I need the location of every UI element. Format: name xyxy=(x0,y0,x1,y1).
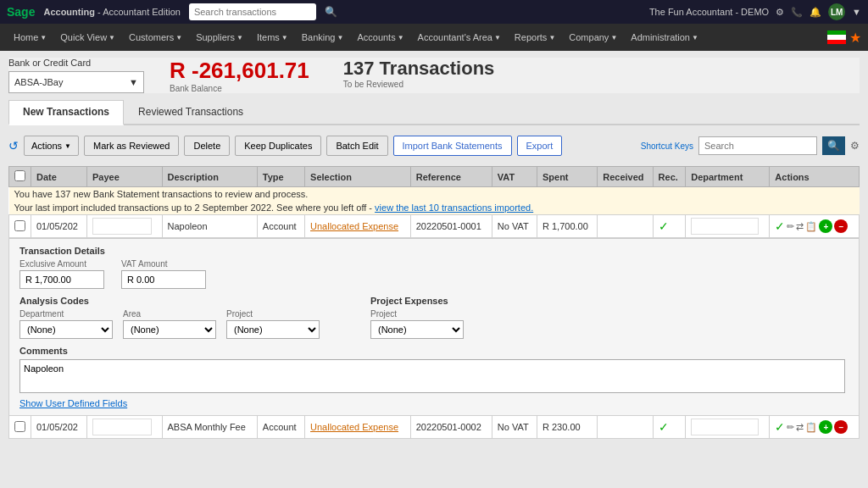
row2-edit-icon[interactable]: ✏ xyxy=(787,422,794,433)
mark-reviewed-button[interactable]: Mark as Reviewed xyxy=(84,136,179,156)
nav-administration[interactable]: Administration ▼ xyxy=(624,24,705,51)
exclusive-amount-input[interactable] xyxy=(19,270,104,289)
info-row-2: Your last import included transactions u… xyxy=(9,201,860,215)
row1-vat: No VAT xyxy=(492,215,537,238)
row2-payee xyxy=(87,416,162,439)
vat-amount-input[interactable] xyxy=(121,270,206,289)
row2-link-icon[interactable]: ⇄ xyxy=(796,422,804,433)
header-selection: Selection xyxy=(305,167,411,187)
nav-right-icons: ★ xyxy=(827,30,861,46)
import-bank-statements-button[interactable]: Import Bank Statements xyxy=(393,136,512,156)
row1-received xyxy=(598,215,653,238)
row2-department-input[interactable] xyxy=(691,419,759,435)
delete-button[interactable]: Delete xyxy=(184,136,230,156)
top-right: The Fun Accountant - DEMO ⚙ 📞 🔔 LM ▼ xyxy=(649,3,861,20)
row2-checkbox[interactable] xyxy=(14,421,25,432)
actions-dropdown-icon: ▼ xyxy=(64,142,71,150)
row2-payee-input[interactable] xyxy=(92,419,152,435)
tab-reviewed-transactions[interactable]: Reviewed Transactions xyxy=(124,100,258,124)
info-message-2: Your last import included transactions u… xyxy=(9,201,860,215)
bank-card-label: Bank or Credit Card xyxy=(8,58,144,68)
nav-reports[interactable]: Reports ▼ xyxy=(508,24,562,51)
row1-department-input[interactable] xyxy=(691,218,759,235)
row1-checkbox[interactable] xyxy=(14,220,25,231)
nav-items[interactable]: Items ▼ xyxy=(250,24,295,51)
row1-department xyxy=(686,215,770,238)
analysis-project-select[interactable]: (None) xyxy=(226,320,320,339)
last-transactions-link[interactable]: view the last 10 transactions imported. xyxy=(375,202,533,213)
tab-new-transactions[interactable]: New Transactions xyxy=(8,100,124,125)
nav-accountants-area[interactable]: Accountant's Area ▼ xyxy=(411,24,508,51)
info-row-1: You have 137 new Bank Statement transact… xyxy=(9,187,860,202)
nav-company[interactable]: Company ▼ xyxy=(562,24,624,51)
actions-label: Actions xyxy=(31,141,62,151)
detail-panel-cell: Transaction Details Exclusive Amount VAT… xyxy=(9,238,860,416)
row2-date: 01/05/202 xyxy=(31,416,87,439)
comments-textarea[interactable]: Napoleon xyxy=(19,359,845,393)
select-all-checkbox[interactable] xyxy=(14,170,25,181)
analysis-area-label: Area xyxy=(123,309,216,319)
row1-edit-icon[interactable]: ✏ xyxy=(787,221,794,232)
analysis-department-select[interactable]: (None) xyxy=(19,320,113,339)
row1-link-icon[interactable]: ⇄ xyxy=(796,221,804,232)
nav-banking[interactable]: Banking ▼ xyxy=(295,24,351,51)
row2-rec-check-icon[interactable]: ✓ xyxy=(659,420,669,434)
project-expense-select[interactable]: (None) xyxy=(370,320,464,339)
nav-quickview[interactable]: Quick View ▼ xyxy=(53,24,122,51)
analysis-department-field: Department (None) xyxy=(19,309,113,339)
top-search-input[interactable] xyxy=(189,3,316,20)
row2-spent: R 230.00 xyxy=(537,416,597,439)
filter-icon[interactable]: ⚙ xyxy=(850,140,860,152)
export-button[interactable]: Export xyxy=(517,136,563,156)
exclusive-amount-field: Exclusive Amount xyxy=(19,259,104,289)
shortcut-keys-link[interactable]: Shortcut Keys xyxy=(641,141,693,151)
undo-arrow-icon[interactable]: ↺ xyxy=(8,139,19,152)
analysis-project-label: Project xyxy=(226,309,320,319)
row1-rec: ✓ xyxy=(653,215,686,238)
header-actions: Actions xyxy=(770,167,860,187)
row2-description: ABSA Monthly Fee xyxy=(162,416,257,439)
phone-icon[interactable]: 📞 xyxy=(791,7,803,18)
bank-select[interactable]: ABSA-JBay ▼ xyxy=(8,71,144,93)
row1-payee-input[interactable] xyxy=(92,218,152,235)
row2-copy-icon[interactable]: 📋 xyxy=(805,422,817,433)
transaction-search-input[interactable] xyxy=(698,136,817,155)
keep-duplicates-button[interactable]: Keep Duplicates xyxy=(235,136,321,156)
row1-unallocated-badge[interactable]: Unallocated Expense xyxy=(310,221,398,231)
row1-add-icon[interactable]: + xyxy=(819,219,832,233)
row2-add-icon[interactable]: + xyxy=(819,420,832,434)
row1-type: Account xyxy=(257,215,304,238)
show-user-fields-link[interactable]: Show User Defined Fields xyxy=(19,398,127,408)
transaction-search-button[interactable]: 🔍 xyxy=(822,136,845,155)
nav-home[interactable]: Home ▼ xyxy=(7,24,53,51)
balance-amount: R -261,601.71 xyxy=(170,58,309,84)
nav-customers[interactable]: Customers ▼ xyxy=(122,24,189,51)
project-expenses-title: Project Expenses xyxy=(370,296,464,306)
row2-delete-icon[interactable]: − xyxy=(834,420,848,434)
table-row: 01/05/202 ABSA Monthly Fee Account Unall… xyxy=(9,416,860,439)
row1-rec-check-icon[interactable]: ✓ xyxy=(659,219,669,233)
sage-logo: Sage xyxy=(7,5,35,19)
header-department: Department xyxy=(686,167,770,187)
row2-action-icons: ✓ ✏ ⇄ 📋 + − xyxy=(775,420,854,434)
row2-check-icon[interactable]: ✓ xyxy=(775,420,785,434)
nav-accounts[interactable]: Accounts ▼ xyxy=(350,24,410,51)
row2-reference: 20220501-0002 xyxy=(410,416,492,439)
notification-icon[interactable]: 🔔 xyxy=(810,7,821,18)
row2-selection: Unallocated Expense xyxy=(305,416,411,439)
row1-delete-icon[interactable]: − xyxy=(834,219,848,233)
project-expense-project-field: Project (None) xyxy=(370,309,464,339)
header-spent: Spent xyxy=(537,167,597,187)
nav-suppliers[interactable]: Suppliers ▼ xyxy=(189,24,250,51)
dropdown-arrow[interactable]: ▼ xyxy=(852,7,861,17)
row2-unallocated-badge[interactable]: Unallocated Expense xyxy=(310,422,398,432)
analysis-area-select[interactable]: (None) xyxy=(123,320,216,339)
actions-button[interactable]: Actions ▼ xyxy=(24,136,79,156)
batch-edit-button[interactable]: Batch Edit xyxy=(326,136,387,156)
favorite-star-icon[interactable]: ★ xyxy=(849,30,861,46)
row2-actions: ✓ ✏ ⇄ 📋 + − xyxy=(770,416,860,439)
settings-icon[interactable]: ⚙ xyxy=(776,7,784,18)
row1-check-icon[interactable]: ✓ xyxy=(775,219,785,233)
row1-copy-icon[interactable]: 📋 xyxy=(805,221,817,232)
avatar[interactable]: LM xyxy=(828,3,845,20)
